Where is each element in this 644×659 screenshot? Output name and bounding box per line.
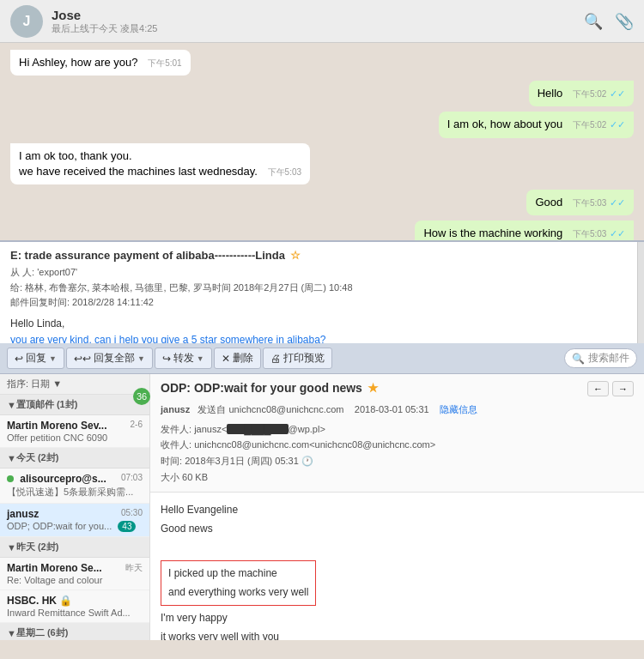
header-icons: 🔍 📎 [584,12,634,31]
sidebar-item[interactable]: Martin Moreno Se... 昨天 Re: Voltage and c… [0,558,149,590]
hide-info-button[interactable]: 隐藏信息 [440,404,477,414]
delete-icon: ✕ [222,353,230,365]
attach-icon[interactable]: 📎 [615,12,634,31]
message-bubble: I am ok, how about you 下午5:02 ✓✓ [439,112,634,137]
chat-section: J Jose 最后上线于今天 凌晨4:25 🔍 📎 Hi Ashley, how… [0,0,644,240]
from-field-value: janusz<████@wp.pl> [194,424,325,434]
dropdown-arrow-icon: ▼ [137,354,145,363]
sidebar-item[interactable]: HSBC. HK 🔒 Inward Remittance Swift Ad... [0,590,149,623]
message-row: Hello 下午5:02 ✓✓ [10,81,634,106]
sidebar-item[interactable]: Martin Moreno Sev... 2-6 Offer petition … [0,415,149,448]
size-label: 大小 [161,472,182,482]
sidebar-section-pinned[interactable]: ▼ 置顶邮件 (1封) [0,395,149,415]
email-panel-actions: ← → [587,381,634,396]
sidebar-item-active[interactable]: janusz 05:30 ODP; ODP:wait for you... 43 [0,504,149,537]
email-detail-panel: ODP: ODP:wait for your good news ★ ← → j… [150,374,644,640]
message-text: Hello [538,87,563,100]
time-field-value: 2018年3月1日 (周四) 05:31 [185,456,301,466]
to-label: 给: [10,282,25,293]
delete-button[interactable]: ✕ 删除 [214,348,261,369]
star-icon[interactable]: ☆ [290,249,301,262]
star-icon[interactable]: ★ [368,381,379,395]
email-date: 2018-03-01 05:31 [355,404,429,414]
email-preview: Inward Remittance Swift Ad... [7,608,143,618]
sender-name: Martin Moreno Sev... [7,420,106,432]
email-sidebar: 指序: 日期 ▼ ▼ 置顶邮件 (1封) Martin Moreno Sev..… [0,374,150,640]
reply-time: 邮件回复时间: 2018/2/28 14:11:42 [10,297,154,307]
email-date: 昨天 [125,562,143,574]
reply-all-button[interactable]: ↩↩ 回复全部 ▼ [66,348,153,369]
highlighted-text: I picked up the machine and everything w… [161,560,316,606]
from-label: 从 人: [10,267,37,277]
contact-name: Jose [52,8,575,22]
email-detail-body: Hello Evangeline Good news I picked up t… [150,493,644,640]
message-text: I am ok too, thank you.we have received … [19,149,258,178]
message-time: 下午5:03 [573,229,606,239]
email-detail-header: ODP: ODP:wait for your good news ★ ← → j… [150,374,644,493]
message-text: How is the machine working [423,227,562,239]
to-field-value: unichcnc08@unichcnc.com<unichcnc08@unich… [194,439,435,450]
tick-icon: ✓✓ [610,88,625,99]
unread-count-badge: 43 [118,521,136,532]
forward-button[interactable]: ↪ 转发 ▼ [155,348,212,369]
message-time: 下午5:03 [268,167,301,177]
contact-status: 最后上线于今天 凌晨4:25 [52,22,575,35]
email-meta: 从 人: 'export07' 给: 格林, 布鲁塞尔, 菜本哈根, 马德里, … [10,265,634,311]
tick-icon: ✓✓ [610,228,625,239]
back-button[interactable]: ← [587,381,609,396]
reply-icon: ↩ [15,353,23,365]
message-row: How is the machine working 下午5:03 ✓✓ [10,221,634,240]
search-icon[interactable]: 🔍 [584,12,603,31]
sender-name: janusz [7,508,39,520]
message-bubble: Good 下午5:03 ✓✓ [526,190,634,215]
message-text: I am ok, how about you [447,118,562,130]
email-client-body: 指序: 日期 ▼ ▼ 置顶邮件 (1封) Martin Moreno Sev..… [0,374,644,640]
global-notification-badge: 36 [133,388,150,405]
tick-icon: ✓✓ [610,119,625,130]
contact-info: Jose 最后上线于今天 凌晨4:25 [52,8,575,35]
sidebar-section-yesterday[interactable]: ▼ 昨天 (2封) [0,537,149,558]
body-line: it works very well with you [161,628,634,640]
unread-dot-icon [7,475,14,482]
email-preview: ODP; ODP:wait for you... 43 [7,521,143,532]
chat-messages: Hi Ashley, how are you? 下午5:01 Hello 下午5… [0,43,644,240]
subject-text: E: trade assurance payment of alibaba---… [10,249,285,262]
scrollbar[interactable] [637,242,644,343]
sender-name: Martin Moreno Se... [7,562,102,574]
message-bubble: Hi Ashley, how are you? 下午5:01 [10,50,191,76]
tick-icon: ✓✓ [610,197,625,208]
message-row: Good 下午5:03 ✓✓ [10,190,634,215]
sidebar-sort[interactable]: 指序: 日期 ▼ [0,374,149,395]
chat-header: J Jose 最后上线于今天 凌晨4:25 🔍 📎 [0,0,644,43]
reply-button[interactable]: ↩ 回复 ▼ [7,348,64,369]
message-bubble: How is the machine working 下午5:03 ✓✓ [415,221,634,240]
sidebar-section-tuesday[interactable]: ▼ 星期二 (6封) [0,623,149,640]
collapse-icon: ▼ [7,628,16,638]
email-subject: E: trade assurance payment of alibaba---… [10,249,634,262]
sidebar-item[interactable]: alisourcepro@s... 07:03 【悦讯速递】5条最新采购需... [0,469,149,504]
message-text: Hi Ashley, how are you? [19,56,138,69]
sidebar-section-today[interactable]: ▼ 今天 (2封) [0,448,149,469]
email-preview: Re: Voltage and colour [7,575,143,585]
message-time: 下午5:02 [573,89,606,99]
email-date: 05:30 [121,508,143,517]
message-time: 下午5:02 [573,120,606,130]
body-line: I'm very happy [161,609,634,628]
from-value: 'export07' [37,267,77,277]
search-bar[interactable]: 🔍 搜索邮件 [564,348,637,368]
email-detail-title: ODP: ODP:wait for your good news ★ [161,381,379,395]
dropdown-arrow-icon: ▼ [49,354,57,363]
body-line: Hello Evangeline [161,501,634,520]
message-time: 下午5:03 [573,198,606,208]
collapse-icon: ▼ [7,453,16,463]
print-icon: 🖨 [270,353,281,365]
forward-nav-button[interactable]: → [612,381,634,396]
avatar: J [10,5,43,38]
from-field-label: 发件人: [161,424,194,434]
sender-label: janusz [161,404,190,414]
collapse-icon: ▼ [7,400,16,410]
email-date: 2-6 [131,420,143,429]
message-text: Good [535,196,562,209]
print-button[interactable]: 🖨 打印预览 [263,348,332,369]
sender-name: HSBC. HK 🔒 [7,595,72,607]
